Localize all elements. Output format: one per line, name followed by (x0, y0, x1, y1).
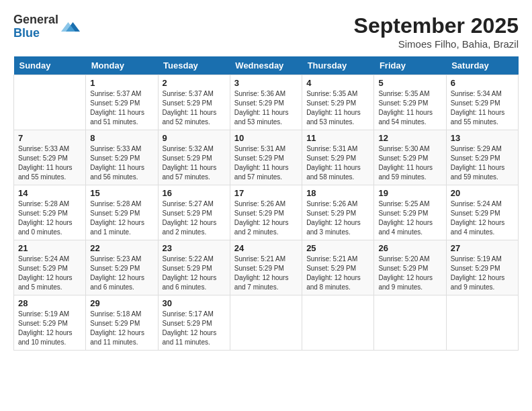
title-block: September 2025 Simoes Filho, Bahia, Braz… (354, 13, 519, 50)
day-info: Sunrise: 5:34 AM Sunset: 5:29 PM Dayligh… (451, 89, 514, 127)
day-info: Sunrise: 5:35 AM Sunset: 5:29 PM Dayligh… (378, 89, 441, 127)
day-number: 7 (18, 133, 81, 143)
day-number: 14 (18, 188, 81, 198)
day-number: 16 (163, 188, 226, 198)
day-number: 3 (234, 78, 298, 88)
day-number: 27 (451, 243, 514, 253)
calendar-cell: 2Sunrise: 5:37 AM Sunset: 5:29 PM Daylig… (158, 75, 230, 130)
day-number: 28 (18, 298, 81, 308)
day-number: 8 (90, 133, 153, 143)
day-info: Sunrise: 5:35 AM Sunset: 5:29 PM Dayligh… (306, 89, 369, 127)
calendar-cell: 29Sunrise: 5:18 AM Sunset: 5:29 PM Dayli… (86, 295, 158, 351)
day-number: 6 (451, 78, 514, 88)
day-number: 11 (306, 133, 369, 143)
header-friday: Friday (374, 56, 446, 75)
day-number: 25 (306, 243, 369, 253)
calendar-cell: 10Sunrise: 5:31 AM Sunset: 5:29 PM Dayli… (230, 130, 302, 185)
calendar-cell: 5Sunrise: 5:35 AM Sunset: 5:29 PM Daylig… (374, 75, 446, 130)
day-number: 10 (234, 133, 298, 143)
day-info: Sunrise: 5:28 AM Sunset: 5:29 PM Dayligh… (18, 199, 81, 237)
calendar-cell: 19Sunrise: 5:25 AM Sunset: 5:29 PM Dayli… (374, 185, 446, 240)
calendar-cell: 26Sunrise: 5:20 AM Sunset: 5:29 PM Dayli… (374, 240, 446, 295)
calendar-header-row: SundayMondayTuesdayWednesdayThursdayFrid… (14, 56, 519, 75)
calendar-cell (446, 295, 518, 351)
day-number: 22 (90, 243, 153, 253)
day-info: Sunrise: 5:27 AM Sunset: 5:29 PM Dayligh… (163, 199, 226, 237)
logo-icon (61, 17, 80, 36)
calendar-cell: 30Sunrise: 5:17 AM Sunset: 5:29 PM Dayli… (158, 295, 230, 351)
day-info: Sunrise: 5:19 AM Sunset: 5:29 PM Dayligh… (18, 310, 81, 347)
calendar-cell (374, 295, 446, 351)
calendar-cell: 7Sunrise: 5:33 AM Sunset: 5:29 PM Daylig… (14, 130, 86, 185)
day-info: Sunrise: 5:24 AM Sunset: 5:29 PM Dayligh… (18, 255, 81, 292)
calendar-cell: 8Sunrise: 5:33 AM Sunset: 5:29 PM Daylig… (86, 130, 158, 185)
day-number: 4 (306, 78, 369, 88)
logo-blue: Blue (13, 27, 58, 40)
calendar-cell: 12Sunrise: 5:30 AM Sunset: 5:29 PM Dayli… (374, 130, 446, 185)
day-number: 1 (90, 78, 153, 88)
calendar-cell: 27Sunrise: 5:19 AM Sunset: 5:29 PM Dayli… (446, 240, 518, 295)
header-sunday: Sunday (14, 56, 86, 75)
day-number: 13 (451, 133, 514, 143)
calendar-week-1: 1Sunrise: 5:37 AM Sunset: 5:29 PM Daylig… (14, 75, 519, 130)
day-number: 30 (163, 298, 226, 308)
calendar-cell: 23Sunrise: 5:22 AM Sunset: 5:29 PM Dayli… (158, 240, 230, 295)
calendar-week-4: 21Sunrise: 5:24 AM Sunset: 5:29 PM Dayli… (14, 240, 519, 295)
day-number: 26 (378, 243, 441, 253)
calendar-cell: 14Sunrise: 5:28 AM Sunset: 5:29 PM Dayli… (14, 185, 86, 240)
calendar-week-5: 28Sunrise: 5:19 AM Sunset: 5:29 PM Dayli… (14, 295, 519, 351)
month-title: September 2025 (354, 13, 519, 38)
calendar-cell: 3Sunrise: 5:36 AM Sunset: 5:29 PM Daylig… (230, 75, 302, 130)
day-info: Sunrise: 5:37 AM Sunset: 5:29 PM Dayligh… (90, 89, 153, 127)
day-info: Sunrise: 5:29 AM Sunset: 5:29 PM Dayligh… (451, 144, 514, 182)
day-info: Sunrise: 5:20 AM Sunset: 5:29 PM Dayligh… (378, 255, 441, 292)
day-number: 24 (234, 243, 298, 253)
day-info: Sunrise: 5:26 AM Sunset: 5:29 PM Dayligh… (306, 199, 369, 237)
page-header: General Blue September 2025 Simoes Filho… (13, 13, 519, 50)
calendar-cell: 25Sunrise: 5:21 AM Sunset: 5:29 PM Dayli… (302, 240, 374, 295)
day-number: 2 (163, 78, 226, 88)
calendar-cell: 28Sunrise: 5:19 AM Sunset: 5:29 PM Dayli… (14, 295, 86, 351)
day-info: Sunrise: 5:24 AM Sunset: 5:29 PM Dayligh… (451, 199, 514, 237)
day-number: 23 (163, 243, 226, 253)
day-info: Sunrise: 5:18 AM Sunset: 5:29 PM Dayligh… (90, 310, 153, 347)
day-info: Sunrise: 5:19 AM Sunset: 5:29 PM Dayligh… (451, 255, 514, 292)
subtitle: Simoes Filho, Bahia, Brazil (354, 38, 519, 50)
day-info: Sunrise: 5:17 AM Sunset: 5:29 PM Dayligh… (163, 310, 226, 347)
day-info: Sunrise: 5:21 AM Sunset: 5:29 PM Dayligh… (234, 255, 298, 292)
calendar-cell (230, 295, 302, 351)
calendar-cell: 18Sunrise: 5:26 AM Sunset: 5:29 PM Dayli… (302, 185, 374, 240)
calendar-table: SundayMondayTuesdayWednesdayThursdayFrid… (13, 56, 519, 351)
day-info: Sunrise: 5:31 AM Sunset: 5:29 PM Dayligh… (234, 144, 298, 182)
day-info: Sunrise: 5:30 AM Sunset: 5:29 PM Dayligh… (378, 144, 441, 182)
header-monday: Monday (86, 56, 158, 75)
day-number: 15 (90, 188, 153, 198)
calendar-cell: 4Sunrise: 5:35 AM Sunset: 5:29 PM Daylig… (302, 75, 374, 130)
calendar-cell: 16Sunrise: 5:27 AM Sunset: 5:29 PM Dayli… (158, 185, 230, 240)
day-info: Sunrise: 5:37 AM Sunset: 5:29 PM Dayligh… (163, 89, 226, 127)
calendar-cell: 17Sunrise: 5:26 AM Sunset: 5:29 PM Dayli… (230, 185, 302, 240)
calendar-cell (14, 75, 86, 130)
day-info: Sunrise: 5:25 AM Sunset: 5:29 PM Dayligh… (378, 199, 441, 237)
calendar-cell: 20Sunrise: 5:24 AM Sunset: 5:29 PM Dayli… (446, 185, 518, 240)
day-number: 21 (18, 243, 81, 253)
day-info: Sunrise: 5:31 AM Sunset: 5:29 PM Dayligh… (306, 144, 369, 182)
calendar-cell: 24Sunrise: 5:21 AM Sunset: 5:29 PM Dayli… (230, 240, 302, 295)
header-wednesday: Wednesday (230, 56, 302, 75)
calendar-cell: 22Sunrise: 5:23 AM Sunset: 5:29 PM Dayli… (86, 240, 158, 295)
logo: General Blue (13, 13, 80, 40)
day-info: Sunrise: 5:36 AM Sunset: 5:29 PM Dayligh… (234, 89, 298, 127)
calendar-cell: 15Sunrise: 5:28 AM Sunset: 5:29 PM Dayli… (86, 185, 158, 240)
day-number: 20 (451, 188, 514, 198)
day-info: Sunrise: 5:28 AM Sunset: 5:29 PM Dayligh… (90, 199, 153, 237)
calendar-cell: 13Sunrise: 5:29 AM Sunset: 5:29 PM Dayli… (446, 130, 518, 185)
day-info: Sunrise: 5:33 AM Sunset: 5:29 PM Dayligh… (90, 144, 153, 182)
day-info: Sunrise: 5:22 AM Sunset: 5:29 PM Dayligh… (163, 255, 226, 292)
header-saturday: Saturday (446, 56, 518, 75)
day-number: 9 (163, 133, 226, 143)
calendar-cell: 21Sunrise: 5:24 AM Sunset: 5:29 PM Dayli… (14, 240, 86, 295)
header-thursday: Thursday (302, 56, 374, 75)
day-number: 19 (378, 188, 441, 198)
day-info: Sunrise: 5:33 AM Sunset: 5:29 PM Dayligh… (18, 144, 81, 182)
calendar-cell (302, 295, 374, 351)
